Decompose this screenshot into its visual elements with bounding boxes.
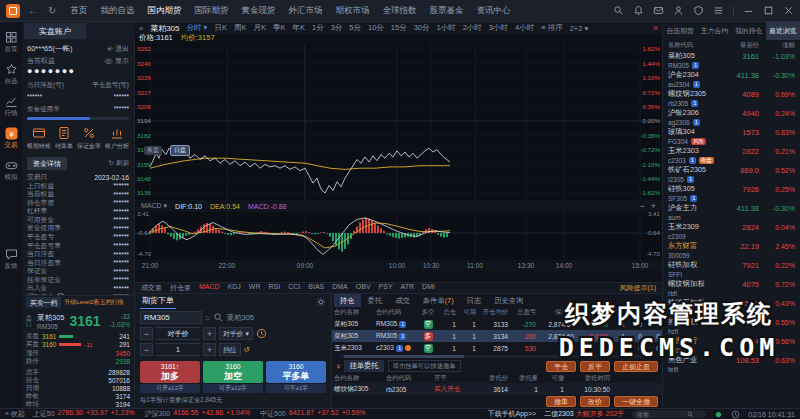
watchlist-tab-自选期货[interactable]: 自选期货 [663,22,697,40]
period-30分[interactable]: 30分 [414,23,430,33]
positions-tab-持仓[interactable]: 持仓 [334,294,361,307]
watchlist-tab-主力合约[interactable]: 主力合约 [697,22,731,40]
period-3小时[interactable]: 3小时 [489,23,508,33]
nav-item-8[interactable]: 全球指数 [382,5,416,17]
collapse-section-icon[interactable]: » [334,364,343,368]
user-icon[interactable] [673,5,684,16]
reset-icon[interactable]: ↺ [244,345,250,354]
rail-item-交易[interactable]: ¥交易 [0,127,22,150]
indicator-tab-OBV[interactable]: OBV [356,283,371,293]
period-15分[interactable]: 15分 [391,23,407,33]
pending-order-row[interactable]: 螺纹钢2305rb2305买入开仓36141110:30:50 [332,383,662,395]
period-2小时[interactable]: 2小时 [463,23,482,33]
period-1小时[interactable]: 1小时 [437,23,456,33]
period-月K[interactable]: 月K [253,23,266,33]
indicator-tab-RSI[interactable]: RSI [269,283,281,293]
bid-price[interactable]: 3160 [42,341,56,348]
contract-code-input[interactable] [140,311,202,324]
nav-item-5[interactable]: 黄金现货 [241,5,275,17]
collapse-bottom-button[interactable]: « 收起 [5,409,25,419]
nav-item-2[interactable]: 我的自选 [100,5,134,17]
watchlist-item-rbfi[interactable]: 螺纹钢加权40750.72%rbfi [663,278,800,297]
nav-item-3[interactable]: 国内期货 [147,5,181,17]
watchlist-item-SF305[interactable]: 硅铁30579260.25%SF3051 [663,183,800,202]
positions-tab-条件单(7)[interactable]: 条件单(7) [417,294,460,307]
qty-minus-button[interactable]: − [140,343,153,356]
price-plus-button[interactable]: + [203,327,216,340]
shortcut-结算单[interactable]: 结算单 [55,126,73,151]
watchlist-item-SFFI[interactable]: 硅铁加权79210.22%SFFI [663,259,800,278]
watchlist-tab-我的持仓[interactable]: 我的持仓 [732,22,766,40]
period-季K[interactable]: 季K [273,23,286,33]
watchlist-item-feifi[interactable]: 黑色产业108.530.63%feifi [663,354,800,373]
indicator-tab-DMI[interactable]: DMI [422,283,435,293]
watchlist-item-c2309[interactable]: 玉米230928240.04%c2309 [663,221,800,240]
button-一键全撤[interactable]: 一键全撤 [614,396,658,407]
indicator-tab-CCI[interactable]: CCI [288,283,300,293]
search-icon[interactable] [213,312,224,323]
minimize-icon[interactable] [743,5,754,16]
nav-item-1[interactable]: 首页 [70,5,87,17]
index-quote-沪深300[interactable]: 沪深3004166.55+42.86+1.04% [145,409,251,419]
watchlist-item-ag2306[interactable]: 沪银230649400.24%ag23061 [663,107,800,126]
rail-item-首页[interactable]: 首页 [0,31,22,54]
period-4小时[interactable]: 4小时 [515,23,534,33]
app-download-link[interactable]: 下载手机App>> [487,409,536,419]
tab-live-account[interactable]: 实盘账户 [24,23,86,39]
period-1分[interactable]: 1分 [312,23,324,33]
period-周K[interactable]: 周K [234,23,247,33]
button-撤单[interactable]: 撤单 [546,396,576,407]
indicator-tab-WR[interactable]: WR [249,283,261,293]
qty-value[interactable]: 1 [156,343,200,356]
button-止损止盈[interactable]: 止损止盈 [614,361,658,372]
back-icon[interactable]: ← [26,5,40,16]
position-row[interactable]: 菜粕305RM3051多1131342602,874.609.04%100 [332,330,662,342]
price-value[interactable]: 对手价 [156,327,200,340]
indicator-tab-成交量[interactable]: 成交量 [141,283,162,293]
watchlist-item-FG304[interactable]: 玻璃30415730.83%FG304风险 [663,126,800,145]
search-input[interactable] [632,410,706,418]
nav-item-9[interactable]: 股票基金 [429,5,463,17]
indicator-tab-ATR[interactable]: ATR [401,283,414,293]
indicator-tab-MACD[interactable]: MACD [199,283,220,293]
tab-level1-quotes[interactable]: 买卖一档 [26,297,61,308]
watchlist-item-rb2305[interactable]: 螺纹钢230540890.69%rb23051 [663,88,800,107]
positions-tab-成交[interactable]: 成交 [389,294,416,307]
zoom-in-icon[interactable]: + [651,201,656,211]
ask-price[interactable]: 3161 [42,333,56,340]
positions-tab-委托[interactable]: 委托 [362,294,389,307]
app-logo-icon[interactable] [6,4,20,18]
indicator-tab-DMA[interactable]: DMA [332,283,348,293]
position-row[interactable]: 玉米2303c23031空112875530----100 [332,342,662,354]
clock-icon[interactable] [256,328,267,339]
indicator-tab-KDJ[interactable]: KDJ [228,283,241,293]
period-年K[interactable]: 年K [292,23,305,33]
tab-pending-orders[interactable]: 挂单委托 [344,360,383,372]
tab-fund-details[interactable]: 资金详情 [27,157,67,170]
refresh-button[interactable]: ↻刷新 [109,159,129,168]
period-3分[interactable]: 3分 [331,23,343,33]
period-日K[interactable]: 日K [214,23,227,33]
position-row[interactable]: 菜粕305RM3051空113133-2702,874.60-9.39%100 [332,318,662,330]
nav-item-6[interactable]: 外汇市场 [288,5,322,17]
rail-item-模拟[interactable]: 模拟 [0,159,22,182]
price-minus-button[interactable]: − [140,327,153,340]
horizontal-scrollbar[interactable] [340,355,654,358]
watchlist-item-i2305[interactable]: 铁矿石2305869.00.52%i23051 [663,164,800,183]
watchlist-item-hcfi[interactable]: 热卷加权41770.55%hcfi [663,316,800,335]
nav-item-4[interactable]: 国际期货 [194,5,228,17]
zoom-out-icon[interactable]: − [639,201,644,211]
shortcut-保证金率[interactable]: 保证金率 [77,126,101,151]
positions-tab-历史查询[interactable]: 历史查询 [488,294,529,307]
close-icon[interactable] [783,5,794,16]
watchlist-item-300059[interactable]: 东方财富22.192.45%300059 [663,240,800,259]
shortcut-银期转账[interactable]: 银期转账 [27,126,51,151]
close-long-button[interactable]: 3160平多单 [266,361,326,383]
rail-item-自选[interactable]: 自选 [0,63,22,86]
watchlist-item-au2304[interactable]: 沪金2304411.38-0.30%au23041 [663,69,800,88]
button-反手[interactable]: 反手 [580,361,610,372]
feedback-button[interactable]: 反馈 [0,248,22,271]
collapse-left-icon[interactable]: « [139,24,143,33]
watchlist-item-c2303[interactable]: 玉米230328220.21%c23031夜盘 [663,145,800,164]
button-平仓[interactable]: 平仓 [546,361,576,372]
